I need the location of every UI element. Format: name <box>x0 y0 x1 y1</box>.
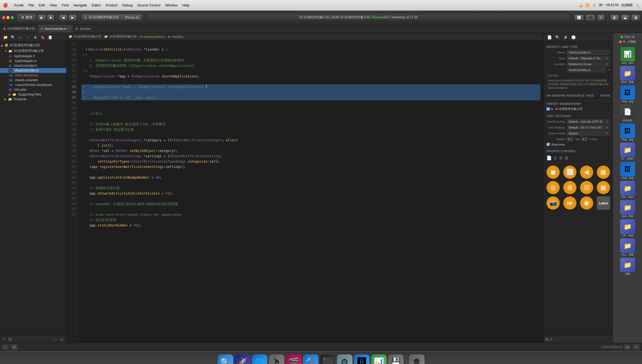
desktop-icon-unnamed[interactable]: 📁 未命...件夹 <box>619 200 637 218</box>
filename-open-icon[interactable]: ↗ <box>607 68 610 72</box>
obj-icon-1[interactable]: ◼ <box>546 166 560 179</box>
bottom-add-button[interactable]: + <box>2 345 9 350</box>
close-window-button[interactable] <box>2 16 5 19</box>
breakpoint-indicator[interactable]: ⬡ <box>166 47 168 52</box>
dock-activity[interactable]: 📊 <box>371 354 386 364</box>
standard-editor-button[interactable]: ⬜ <box>574 14 584 21</box>
obj-icon-11[interactable]: ◉ <box>580 196 593 210</box>
obj-icon-label[interactable]: Label <box>597 196 610 210</box>
nav-products[interactable]: ▶ 📂 Products <box>0 97 66 102</box>
menu-editor[interactable]: Editor <box>92 3 101 7</box>
nav-infoplist[interactable]: pl Info.plist <box>0 87 66 92</box>
version-editor-button[interactable]: ≡ <box>597 14 605 21</box>
location-value[interactable]: Relative to Group ▼ <box>567 62 610 67</box>
menu-debug[interactable]: Debug <box>122 3 133 7</box>
tab-width-input[interactable]: 4 ▲ ▼ <box>567 137 573 142</box>
name-value[interactable]: ViewController.m <box>567 50 610 55</box>
wrap-lines-checkbox[interactable] <box>546 143 550 146</box>
desktop-icon-ios-test[interactable]: 📁 ios1....试题 <box>619 238 637 257</box>
inspector-toggle-button[interactable]: ◨ <box>631 14 640 21</box>
nav-filter-icon[interactable]: ⋯ <box>51 336 58 342</box>
sc-file-icon[interactable]: 📄 <box>546 155 552 160</box>
nav-tab-breakpoints[interactable]: 🔖 <box>39 34 46 40</box>
obj-icon-6[interactable]: ⊞ <box>563 181 577 194</box>
dock-appstore[interactable]: 🅰 <box>354 354 369 364</box>
filename-value[interactable]: ViewController.m <box>567 68 606 72</box>
obj-icon-8[interactable]: ▦ <box>597 181 610 194</box>
tab-viewcontroller[interactable]: M ViewController.m ✕ <box>38 24 73 33</box>
dock-mouse[interactable]: 🖱 <box>269 354 284 364</box>
menu-window[interactable]: Window <box>165 3 178 7</box>
bottom-insp-button[interactable]: ⊙ <box>633 344 640 350</box>
target-checkbox[interactable] <box>546 107 550 111</box>
dock-terminal[interactable]: ⬛ <box>320 354 335 364</box>
insp-bottom-icon-1[interactable]: ⊞ <box>545 337 549 341</box>
tab-btnclick[interactable]: ▶ -btnClick: <box>73 24 94 33</box>
menu-help[interactable]: Help <box>182 3 190 7</box>
nav-assets[interactable]: as Assets.xcassets <box>0 78 66 82</box>
sc-merge-icon[interactable]: ⊞ <box>565 155 568 160</box>
nav-group-main[interactable]: ▼ 📂 10-应用程序对象介绍 <box>0 48 66 54</box>
forward-button[interactable]: ▶ <box>68 14 77 21</box>
nav-tab-folder[interactable]: 📁 <box>2 34 9 40</box>
sc-code-icon[interactable]: {} <box>554 156 557 160</box>
nav-project-root[interactable]: ▶ 📦 10-应用程序对象介绍 <box>0 43 66 48</box>
nav-viewcontroller-h[interactable]: h ViewController.h <box>0 63 66 68</box>
obj-icon-9[interactable]: 📷 <box>546 196 560 210</box>
desktop-icon-folder1[interactable]: 📁 第13-...堂挺 <box>619 66 637 84</box>
obj-icon-3[interactable]: ◀ <box>580 166 593 179</box>
dock-xcode[interactable]: 🔨 <box>303 354 318 364</box>
desktop-icon-png3[interactable]: 🖼 Snip....png <box>619 162 637 180</box>
run-button[interactable]: ▶ <box>38 14 46 21</box>
menu-xcode[interactable]: Xcode <box>14 3 24 7</box>
scheme-selector[interactable]: ▶ 10-应用程序对象介绍 › iPhone 6s <box>81 14 143 21</box>
desktop-icon-desktop[interactable]: 📁 桌面 <box>619 258 637 276</box>
minimize-window-button[interactable] <box>6 16 10 19</box>
nav-launchscreen[interactable]: sb LaunchScreen.storyboard <box>0 82 66 87</box>
dock-finder[interactable]: 🔍 <box>218 354 233 364</box>
tab-close-icon[interactable]: ✕ <box>68 27 70 30</box>
insp-tab-file[interactable]: 📄 <box>546 34 553 41</box>
bottom-filter-button[interactable]: ⊟ <box>11 344 18 350</box>
menu-view[interactable]: View <box>50 3 57 7</box>
menu-product[interactable]: Product <box>106 3 118 7</box>
breadcrumb-group[interactable]: 10-应用程序对象介绍 <box>109 35 137 39</box>
nav-main-storyboard[interactable]: sb Main.storyboard <box>0 73 66 78</box>
stop-button[interactable]: ■ <box>47 14 55 21</box>
desktop-icon-ksi[interactable]: 📁 KSI....aster <box>619 181 637 199</box>
desktop-icon-png1[interactable]: 🖼 Snip....png <box>619 85 637 103</box>
insp-bottom-icon-2[interactable]: ⊙ <box>550 337 553 341</box>
fullscreen-window-button[interactable] <box>11 16 14 19</box>
back-button[interactable]: ◀ <box>59 14 67 21</box>
insp-tab-quick[interactable]: ⚡ <box>562 34 569 41</box>
obj-icon-2[interactable]: ⬜ <box>563 166 577 179</box>
menu-find[interactable]: Find <box>62 3 68 7</box>
line-endings-value[interactable]: Default - OS X / Unix (LF) ▼ <box>567 125 610 130</box>
code-content[interactable]: - (IBAction)btnClick:(UIButton *)sender … <box>78 40 544 343</box>
nav-tab-tests[interactable]: ✓ <box>24 34 31 40</box>
assistant-editor-button[interactable]: ⬛ <box>586 14 595 21</box>
debug-toggle-button[interactable]: ⬓ <box>621 14 629 21</box>
menu-file[interactable]: File <box>28 3 34 7</box>
on-demand-show-link[interactable]: Show <box>600 94 610 97</box>
tab-0[interactable]: ▶ 10-应用程序对象介绍 <box>1 24 38 33</box>
nav-tab-issues[interactable]: ⚠ <box>17 34 23 40</box>
sc-branch-icon[interactable]: ⊕ <box>559 155 562 160</box>
dock-safari[interactable]: 🌐 <box>252 354 267 364</box>
nav-add-button[interactable]: + <box>2 336 6 342</box>
nav-appdelegate-m[interactable]: m AppDelegate.m <box>0 59 66 63</box>
pause-button[interactable]: ⏸ 暂停 <box>17 14 36 22</box>
menu-navigate[interactable]: Navigate <box>73 3 87 7</box>
tab-width-stepper[interactable]: ▲ ▼ <box>570 137 572 141</box>
desktop-icon-car[interactable]: 📄 车丹分享 <box>619 104 637 122</box>
desktop-icon-png2[interactable]: 🖼 Snip....png <box>619 123 637 142</box>
text-encoding-value[interactable]: Default - Unicode (UTF-8) ▼ <box>567 119 610 124</box>
qq-icon[interactable]: QQ截图 <box>621 3 633 7</box>
insp-tab-identity[interactable]: 🔍 <box>554 34 561 41</box>
breadcrumb-method[interactable]: -btnClick: <box>172 35 184 38</box>
search-menubar-icon[interactable]: 🔍 <box>635 3 639 7</box>
menu-edit[interactable]: Edit <box>39 3 45 7</box>
nav-tab-reports[interactable]: 📋 <box>47 34 53 40</box>
dock-video[interactable]: 🎬 <box>286 354 301 364</box>
breadcrumb-file[interactable]: ViewController.m <box>143 35 165 38</box>
